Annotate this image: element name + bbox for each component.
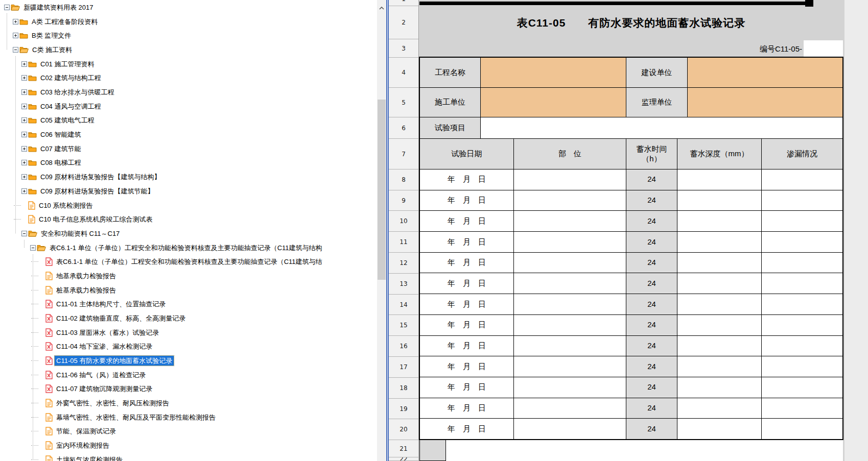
cell-leakage[interactable] — [762, 169, 842, 190]
row-header-17[interactable]: 17 — [389, 357, 418, 378]
expand-plus-icon[interactable] — [21, 132, 27, 137]
cell-leakage[interactable] — [762, 211, 842, 231]
expand-plus-icon[interactable] — [21, 160, 27, 165]
serial-number-input-cell[interactable] — [804, 40, 843, 57]
cell-test-date[interactable]: 年 月 日 — [420, 336, 514, 356]
expand-plus-icon[interactable] — [21, 89, 27, 95]
cell-leakage[interactable] — [762, 294, 842, 314]
tree-item[interactable]: A类 工程准备阶段资料 — [13, 15, 99, 28]
tree-item[interactable]: C09 原材料进场复验报告【建筑节能】 — [21, 184, 155, 198]
cell-location[interactable] — [514, 398, 626, 419]
tree-item[interactable]: C05 建筑电气工程 — [21, 113, 96, 127]
tree-item[interactable]: C03 给水排水与供暖工程 — [21, 85, 115, 99]
col-header-storage-depth[interactable]: 蓄水深度（mm） — [677, 139, 762, 169]
cell-storage-time[interactable]: 24 — [626, 398, 677, 419]
cell-storage-depth[interactable] — [677, 336, 762, 356]
cell-leakage[interactable] — [762, 356, 842, 377]
cell-storage-time[interactable]: 24 — [626, 315, 677, 335]
tree-item[interactable]: 地基承载力检验报告 — [39, 269, 118, 282]
test-item-label-cell[interactable]: 试验项目 — [420, 117, 481, 138]
cell-leakage[interactable] — [762, 398, 842, 419]
cell-leakage[interactable] — [762, 419, 842, 439]
tree-item[interactable]: X C11-01 主体结构尺寸、位置抽查记录 — [39, 297, 167, 310]
cell-leakage[interactable] — [762, 232, 842, 252]
cell-leakage[interactable] — [762, 315, 842, 335]
contractor-input-cell[interactable] — [481, 88, 626, 117]
cell-location[interactable] — [514, 294, 626, 314]
cell-storage-time[interactable]: 24 — [626, 336, 677, 356]
row-header-3[interactable]: 3 — [389, 39, 418, 58]
tree-item[interactable]: 桩基承载力检验报告 — [39, 283, 118, 297]
project-name-input-cell[interactable] — [481, 58, 626, 87]
cell-storage-depth[interactable] — [677, 356, 762, 377]
cell-test-date[interactable]: 年 月 日 — [420, 419, 514, 439]
supervisor-label-cell[interactable]: 监理单位 — [626, 88, 688, 117]
cell-storage-depth[interactable] — [677, 232, 762, 252]
cell-storage-time[interactable]: 24 — [626, 211, 677, 231]
builder-label-cell[interactable]: 建设单位 — [626, 58, 688, 87]
tree-item[interactable]: C10 电子信息系统机房竣工综合测试表 — [21, 212, 154, 226]
cell-storage-time[interactable]: 24 — [626, 232, 677, 252]
tree-item[interactable]: C01 施工管理资料 — [21, 57, 96, 70]
col-header-leakage[interactable]: 渗漏情况 — [762, 139, 842, 169]
tree-scrollbar-thumb[interactable] — [378, 100, 386, 280]
cell-leakage[interactable] — [762, 253, 842, 273]
cell-location[interactable] — [514, 336, 626, 356]
col-header-location[interactable]: 部 位 — [514, 139, 626, 169]
cell-storage-depth[interactable] — [677, 169, 762, 190]
tree-item[interactable]: X C11-06 抽气（风）道检查记录 — [39, 368, 147, 381]
contractor-label-cell[interactable]: 施工单位 — [420, 88, 481, 117]
collapse-minus-icon[interactable] — [30, 245, 36, 251]
tree-item[interactable]: C09 原材料进场复验报告【建筑与结构】 — [21, 170, 162, 183]
cell-storage-time[interactable]: 24 — [626, 294, 677, 314]
cell-location[interactable] — [514, 253, 626, 273]
expand-plus-icon[interactable] — [21, 174, 27, 180]
row-header-16[interactable]: 16 — [389, 336, 418, 357]
cell-test-date[interactable]: 年 月 日 — [420, 356, 514, 377]
tree-item[interactable]: C06 智能建筑 — [21, 128, 82, 141]
cell-storage-time[interactable]: 24 — [626, 356, 677, 377]
cell-storage-time[interactable]: 24 — [626, 419, 677, 439]
tree-scrollbar[interactable] — [377, 0, 386, 461]
cell-location[interactable] — [514, 356, 626, 377]
cell-storage-time[interactable]: 24 — [626, 190, 677, 211]
tree-item[interactable]: C04 通风与空调工程 — [21, 100, 102, 113]
collapse-minus-icon[interactable] — [13, 47, 18, 53]
row-header-11[interactable]: 11 — [389, 232, 418, 253]
tree-item[interactable]: B类 监理文件 — [13, 29, 73, 42]
row-header-20[interactable]: 20 — [389, 419, 418, 440]
tree-item[interactable]: 外窗气密性、水密性、耐风压检测报告 — [39, 396, 171, 409]
expand-plus-icon[interactable] — [21, 104, 27, 109]
cell-storage-time[interactable]: 24 — [626, 253, 677, 273]
supervisor-input-cell[interactable] — [688, 88, 842, 117]
col-header-storage-time[interactable]: 蓄水时间 （h） — [626, 139, 677, 169]
tree-item[interactable]: C类 施工资料 — [13, 43, 74, 56]
row-header-4[interactable]: 4 — [389, 58, 418, 88]
tree-item[interactable]: 新疆建筑资料用表 2017 — [4, 1, 95, 14]
collapse-minus-icon[interactable] — [21, 231, 27, 236]
row-header-8[interactable]: 8 — [389, 169, 418, 190]
tree-item[interactable]: X C11-05 有防水要求的地面蓄水试验记录 — [39, 354, 174, 367]
row-number-gutter[interactable]: 12345678910111213141516171819202122 — [389, 0, 419, 461]
tree-item[interactable]: 土壤氡气浓度检测报告 — [39, 453, 124, 461]
cell-test-date[interactable]: 年 月 日 — [420, 169, 514, 190]
cell-location[interactable] — [514, 190, 626, 211]
tree-item[interactable]: 幕墙气密性、水密性、耐风压及平面变形性能检测报告 — [39, 410, 217, 424]
expand-plus-icon[interactable] — [13, 33, 18, 38]
row-header-9[interactable]: 9 — [389, 190, 418, 211]
cell-storage-time[interactable]: 24 — [626, 377, 677, 398]
cell-storage-depth[interactable] — [677, 294, 762, 314]
cell-test-date[interactable]: 年 月 日 — [420, 232, 514, 252]
cell-storage-depth[interactable] — [677, 419, 762, 439]
cell-storage-depth[interactable] — [677, 398, 762, 419]
cell-storage-depth[interactable] — [677, 190, 762, 211]
row-header-15[interactable]: 15 — [389, 315, 418, 336]
tree-item[interactable]: 安全和功能资料 C11～C17 — [21, 227, 121, 240]
next-section-cell[interactable] — [419, 440, 446, 461]
collapse-minus-icon[interactable] — [4, 5, 10, 10]
row-header-18[interactable]: 18 — [389, 378, 418, 399]
builder-input-cell[interactable] — [688, 58, 842, 87]
expand-plus-icon[interactable] — [21, 146, 27, 152]
tree-item[interactable]: C10 系统检测报告 — [21, 199, 94, 212]
tree-item[interactable]: X C11-04 地下室渗、漏水检测记录 — [39, 339, 154, 353]
